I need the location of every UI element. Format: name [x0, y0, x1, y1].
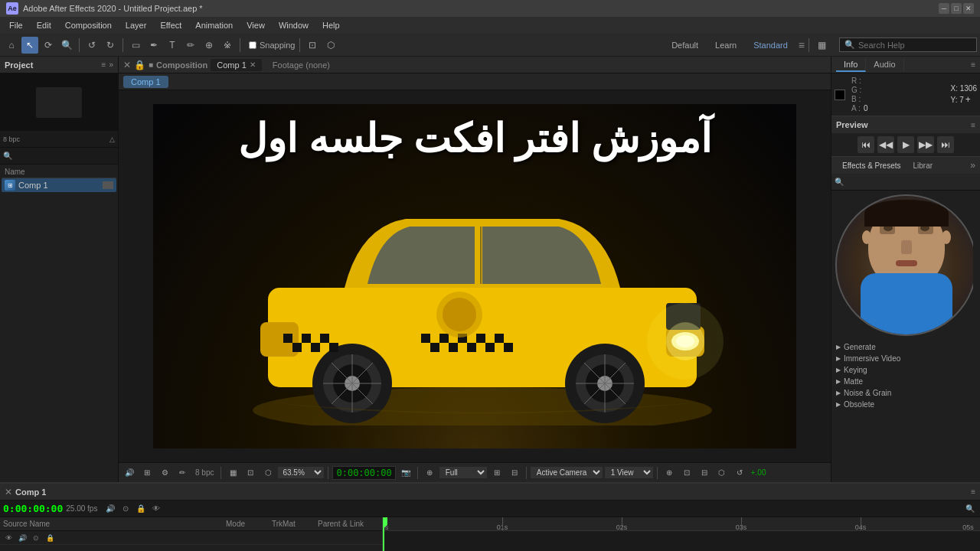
comp1-tab-close[interactable]: ✕: [250, 60, 256, 69]
3d-tool[interactable]: ⬡: [322, 37, 339, 54]
project-item-comp1[interactable]: ⊞ Comp 1: [2, 178, 116, 192]
preview-back-btn[interactable]: ◀◀: [877, 136, 894, 153]
selection-tool[interactable]: ↖: [21, 37, 38, 54]
menu-animation[interactable]: Animation: [189, 19, 239, 31]
workspace-options[interactable]: ▦: [813, 37, 830, 54]
zoom-tool[interactable]: 🔍: [58, 37, 75, 54]
viewer-audio-btn[interactable]: 🔊: [122, 465, 137, 481]
paint-tool[interactable]: ✏: [182, 37, 199, 54]
effects-expand[interactable]: »: [970, 160, 975, 171]
effects-cat-matte[interactable]: ▶ Matte: [833, 376, 978, 387]
workspace-default[interactable]: Default: [665, 39, 704, 51]
home-tool[interactable]: ⌂: [3, 37, 20, 54]
view-select[interactable]: 1 View 2 Views 4 Views: [605, 467, 653, 478]
preview-play-btn[interactable]: ▶: [897, 136, 914, 153]
viewer-flow-btn[interactable]: ⊡: [679, 465, 694, 481]
redo-tool[interactable]: ↻: [102, 37, 119, 54]
minimize-button[interactable]: ─: [939, 3, 949, 14]
menu-effect[interactable]: Effect: [154, 19, 188, 31]
viewer-comp-btn[interactable]: ▦: [225, 465, 240, 481]
comp-mini-tab-1[interactable]: Comp 1: [123, 76, 168, 88]
undo-tool[interactable]: ↺: [83, 37, 100, 54]
timeline-close[interactable]: ✕: [5, 487, 12, 497]
effects-cat-obsolete[interactable]: ▶ Obsolete: [833, 399, 978, 410]
viewer-snap-btn[interactable]: ⊕: [662, 465, 677, 481]
rect-tool[interactable]: ▭: [127, 37, 144, 54]
menu-composition[interactable]: Composition: [59, 19, 118, 31]
timecode-display[interactable]: 0:00:00:00: [332, 466, 395, 480]
playhead[interactable]: [383, 517, 384, 551]
rotate-tool[interactable]: ⟳: [40, 37, 57, 54]
text-tool[interactable]: T: [164, 37, 181, 54]
viewer-draft-btn[interactable]: ⊟: [697, 465, 712, 481]
menu-edit[interactable]: Edit: [31, 19, 57, 31]
viewer-reset-btn[interactable]: ↺: [732, 465, 747, 481]
project-search-input[interactable]: [15, 152, 115, 161]
effects-list: ▶ Generate ▶ Immersive Video ▶ Keying ▶ …: [831, 340, 980, 412]
menu-view[interactable]: View: [240, 19, 271, 31]
viewer-roto-btn[interactable]: ✏: [175, 465, 190, 481]
track-solo-1[interactable]: ⊙: [31, 533, 41, 543]
effects-tab-main[interactable]: Effects & Presets: [836, 160, 907, 171]
viewer-region-btn[interactable]: ⊞: [489, 465, 505, 481]
viewer-preview-btn[interactable]: ⊞: [139, 465, 155, 481]
comp1-tab[interactable]: Comp 1 ✕: [211, 59, 262, 71]
menu-help[interactable]: Help: [316, 19, 346, 31]
preview-forward-btn[interactable]: ▶▶: [917, 136, 934, 153]
viewer-settings-btn[interactable]: ⚙: [157, 465, 172, 481]
info-tab-info[interactable]: Info: [836, 58, 866, 72]
project-ctrl-1[interactable]: 8 bpc: [3, 135, 20, 143]
motion-blur-tool[interactable]: ⊡: [304, 37, 321, 54]
snapshot-btn[interactable]: 📷: [398, 465, 413, 481]
tl-search-btn[interactable]: 🔍: [963, 502, 977, 516]
workspace-expand-icon[interactable]: ≡: [799, 39, 805, 51]
camera-select[interactable]: Active Camera: [531, 467, 603, 478]
snapping-checkbox[interactable]: [249, 41, 256, 49]
tl-audio-btn[interactable]: 🔊: [103, 502, 117, 516]
channels-btn[interactable]: ⊕: [422, 465, 437, 481]
effects-cat-generate[interactable]: ▶ Generate: [833, 341, 978, 353]
track-row-1[interactable]: 👁 🔊 ⊙ 🔒: [0, 531, 382, 545]
puppet-tool[interactable]: ※: [219, 37, 236, 54]
comp-viewport[interactable]: آموزش افتر افکت جلسه اول: [119, 90, 831, 462]
menu-window[interactable]: Window: [273, 19, 315, 31]
workspace-learn[interactable]: Learn: [709, 39, 743, 51]
effects-cat-noise[interactable]: ▶ Noise & Grain: [833, 387, 978, 399]
info-tab-audio[interactable]: Audio: [866, 58, 903, 72]
track-vis-1[interactable]: 👁: [3, 533, 14, 543]
tl-lock-btn[interactable]: 🔒: [134, 502, 148, 516]
effects-cat-immersive[interactable]: ▶ Immersive Video: [833, 353, 978, 364]
viewer-3d-btn[interactable]: ⬡: [260, 465, 276, 481]
timeline-timecode[interactable]: 0:00:00:00: [3, 503, 63, 514]
pen-tool[interactable]: ✒: [145, 37, 162, 54]
svg-point-8: [647, 303, 724, 380]
menu-layer[interactable]: Layer: [119, 19, 153, 31]
search-input[interactable]: [858, 41, 965, 50]
tl-solo-btn[interactable]: ⊙: [119, 502, 132, 516]
info-panel-menu[interactable]: ≡: [971, 60, 975, 69]
project-panel-menu[interactable]: ≡: [102, 60, 106, 69]
viewer-fast-btn[interactable]: ⬡: [714, 465, 730, 481]
timeline-menu[interactable]: ≡: [971, 487, 975, 496]
tl-hide-btn[interactable]: 👁: [149, 502, 163, 516]
project-ctrl-2[interactable]: △: [109, 135, 115, 143]
preview-last-btn[interactable]: ⏭: [937, 136, 954, 153]
menu-file[interactable]: File: [3, 19, 29, 31]
close-button[interactable]: ✕: [963, 3, 974, 14]
maximize-button[interactable]: □: [951, 3, 962, 14]
effects-cat-keying[interactable]: ▶ Keying: [833, 364, 978, 376]
track-lock-1[interactable]: 🔒: [44, 533, 55, 543]
preview-first-btn[interactable]: ⏮: [858, 136, 874, 153]
zoom-select[interactable]: 63.5% 50% 100% 200%: [278, 467, 324, 478]
viewer-render-btn[interactable]: ⊡: [243, 465, 258, 481]
preview-panel-menu[interactable]: ≡: [971, 121, 975, 129]
viewer-mask-btn[interactable]: ⊟: [507, 465, 522, 481]
clone-tool[interactable]: ⊕: [201, 37, 217, 54]
workspace-standard[interactable]: Standard: [747, 39, 794, 51]
quality-select[interactable]: Full Half Quarter: [439, 467, 487, 478]
comp-close-icon[interactable]: ✕: [123, 60, 131, 70]
track-audio-1[interactable]: 🔊: [17, 533, 28, 543]
effects-search-input[interactable]: [847, 178, 977, 186]
project-panel-expand[interactable]: »: [109, 60, 113, 69]
effects-tab-library[interactable]: Librar: [907, 160, 939, 171]
